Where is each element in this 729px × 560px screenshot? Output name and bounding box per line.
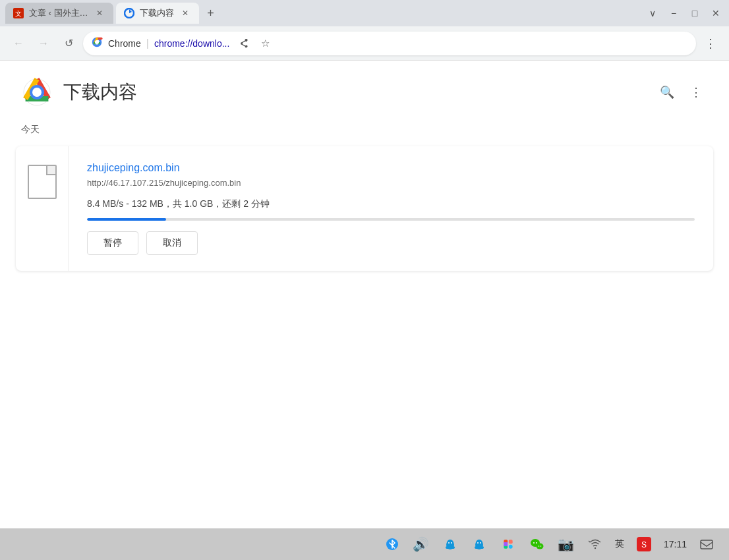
nav-bar: ← → ↺ Chrome | chrome://downlo... <box>0 26 729 61</box>
qq1-icon[interactable] <box>441 535 459 553</box>
chrome-logo <box>21 76 53 108</box>
refresh-button[interactable]: ↺ <box>58 33 79 54</box>
svg-rect-24 <box>509 540 513 544</box>
close-button[interactable]: ✕ <box>708 5 724 21</box>
sougou-icon[interactable]: S <box>635 535 653 553</box>
svg-point-14 <box>451 546 455 549</box>
minimize-button[interactable]: − <box>666 5 682 21</box>
svg-point-20 <box>480 546 484 549</box>
chevron-icon[interactable]: ∨ <box>645 5 660 21</box>
page-title-area: 下载内容 <box>21 76 137 108</box>
download-actions: 暂停 取消 <box>87 231 695 255</box>
page-title: 下载内容 <box>63 80 137 105</box>
wechat-icon[interactable] <box>528 535 546 553</box>
svg-point-6 <box>95 40 99 44</box>
progress-bar <box>87 218 695 221</box>
svg-text:S: S <box>641 540 647 549</box>
wifi-icon[interactable] <box>586 535 604 553</box>
download-speed: 8.4 MB/s - 132 MB，共 1.0 GB，还剩 2 分钟 <box>87 198 695 210</box>
url-display: chrome://downlo... <box>154 38 229 49</box>
svg-point-31 <box>536 544 543 549</box>
chrome-label: Chrome <box>108 38 141 49</box>
qq2-icon[interactable] <box>470 535 488 553</box>
page-actions: 🔍 ⋮ <box>655 80 708 104</box>
svg-point-30 <box>536 542 537 544</box>
svg-point-32 <box>539 546 540 547</box>
address-icons: ☆ <box>235 34 274 53</box>
svg-point-8 <box>32 88 42 97</box>
new-tab-button[interactable]: + <box>202 4 220 22</box>
address-bar[interactable]: Chrome | chrome://downlo... ☆ <box>83 32 696 55</box>
taskbar: 🔊 <box>0 528 729 560</box>
file-icon-col <box>16 146 69 271</box>
tab2-title: 下载内容 <box>140 7 174 19</box>
tab2-favicon <box>124 8 134 18</box>
tab1-title: 文章 ‹ 国外主… <box>29 7 88 19</box>
cancel-button[interactable]: 取消 <box>146 231 198 255</box>
svg-point-19 <box>475 546 479 549</box>
svg-point-29 <box>533 542 535 544</box>
maximize-button[interactable]: □ <box>687 5 703 21</box>
volume-icon[interactable]: 🔊 <box>412 535 430 553</box>
tab-1[interactable]: 文 文章 ‹ 国外主… ✕ <box>5 3 113 24</box>
search-button[interactable]: 🔍 <box>655 80 679 104</box>
svg-rect-37 <box>701 540 713 549</box>
download-filename[interactable]: zhujiceping.com.bin <box>87 162 695 174</box>
tab2-close[interactable]: ✕ <box>179 7 191 19</box>
tab1-close[interactable]: ✕ <box>94 7 105 19</box>
address-divider: | <box>146 38 149 49</box>
pause-button[interactable]: 暂停 <box>87 231 138 255</box>
figma-icon[interactable] <box>499 535 517 553</box>
section-today: 今天 <box>0 119 729 146</box>
notification-icon[interactable] <box>697 535 716 553</box>
download-card: zhujiceping.com.bin http://46.17.107.215… <box>16 146 713 271</box>
back-button[interactable]: ← <box>8 33 29 54</box>
svg-point-18 <box>476 540 482 546</box>
tab-2[interactable]: 下载内容 ✕ <box>116 3 199 24</box>
download-info: zhujiceping.com.bin http://46.17.107.215… <box>69 146 713 271</box>
page-header: 下载内容 🔍 ⋮ <box>0 61 729 119</box>
forward-button[interactable]: → <box>33 33 54 54</box>
title-bar: 文 文章 ‹ 国外主… ✕ 下载内容 ✕ + ∨ − □ ✕ <box>0 0 729 26</box>
chrome-small-logo <box>91 36 103 51</box>
svg-point-22 <box>480 542 481 544</box>
svg-point-16 <box>451 542 452 544</box>
lang-label: 英 <box>615 538 624 550</box>
svg-text:文: 文 <box>15 10 22 17</box>
page-more-button[interactable]: ⋮ <box>684 80 708 104</box>
svg-point-34 <box>595 547 596 549</box>
more-button[interactable]: ⋮ <box>700 33 721 54</box>
camera-icon[interactable]: 📷 <box>557 535 575 553</box>
taskbar-time: 17:11 <box>664 539 687 549</box>
svg-point-26 <box>509 545 513 549</box>
tab1-favicon: 文 <box>13 8 24 18</box>
page-content: 下载内容 🔍 ⋮ zhujiceping.com 今天 zhujiceping.… <box>0 61 729 528</box>
svg-rect-27 <box>504 542 508 546</box>
svg-point-12 <box>447 540 453 546</box>
svg-point-13 <box>446 546 450 549</box>
file-icon <box>28 165 57 199</box>
svg-point-21 <box>477 542 479 544</box>
window-controls: ∨ − □ ✕ <box>645 5 724 21</box>
svg-point-33 <box>540 546 542 547</box>
download-url: http://46.17.107.215/zhujiceping.com.bin <box>87 178 695 188</box>
bookmark-icon[interactable]: ☆ <box>256 34 274 53</box>
bluetooth-icon[interactable] <box>383 535 401 553</box>
progress-bar-fill <box>87 218 166 221</box>
share-icon[interactable] <box>235 34 253 53</box>
svg-point-15 <box>448 542 450 544</box>
